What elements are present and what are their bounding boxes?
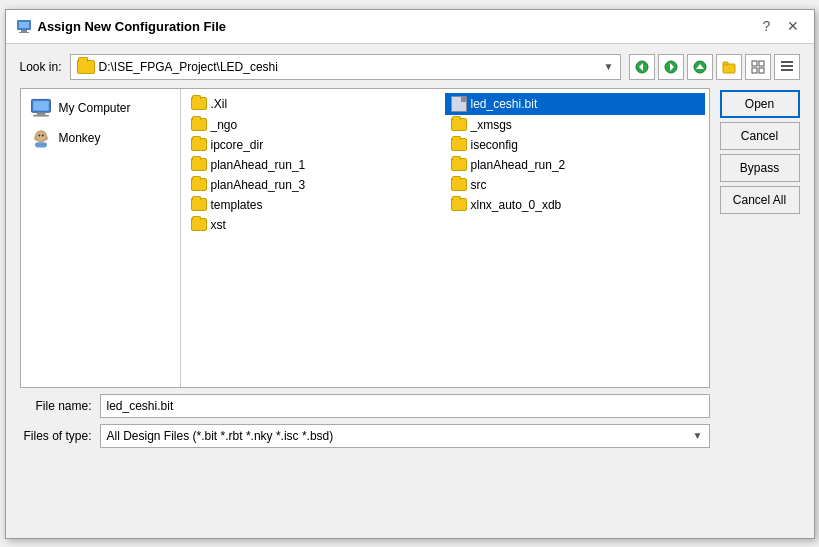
file-item-templates[interactable]: templates [185, 195, 445, 215]
files-of-type-combo[interactable]: All Design Files (*.bit *.rbt *.nky *.is… [100, 424, 710, 448]
file-icon [451, 96, 467, 112]
close-button[interactable]: ✕ [782, 15, 804, 37]
left-panel: My Computer [21, 89, 181, 387]
svg-point-27 [38, 134, 40, 136]
cancel-button[interactable]: Cancel [720, 122, 800, 150]
svg-rect-17 [781, 65, 793, 67]
file-name: xlnx_auto_0_xdb [471, 198, 562, 212]
file-item-led_ceshi_bit[interactable]: led_ceshi.bit [445, 93, 705, 115]
folder-icon [191, 118, 207, 131]
main-area: My Computer [20, 88, 710, 388]
folder-icon [191, 158, 207, 171]
forward-icon [664, 60, 678, 74]
svg-rect-20 [33, 101, 48, 110]
svg-rect-14 [752, 68, 757, 73]
sidebar-item-monkey[interactable]: Monkey [21, 123, 180, 153]
sidebar-label-monkey: Monkey [59, 131, 101, 145]
file-name: _ngo [211, 118, 238, 132]
file-name: _xmsgs [471, 118, 512, 132]
svg-point-28 [41, 134, 43, 136]
file-name: ipcore_dir [211, 138, 264, 152]
cancel-all-button[interactable]: Cancel All [720, 186, 800, 214]
files-of-type-label: Files of type: [20, 429, 92, 443]
file-item-xst[interactable]: xst [185, 215, 445, 235]
file-item-src[interactable]: src [445, 175, 705, 195]
svg-rect-22 [33, 114, 48, 116]
file-name: led_ceshi.bit [471, 97, 538, 111]
folder-icon [191, 198, 207, 211]
help-button[interactable]: ? [756, 15, 778, 37]
file-item-iseconfig[interactable]: iseconfig [445, 135, 705, 155]
svg-rect-11 [723, 62, 728, 65]
look-in-path: D:\ISE_FPGA_Project\LED_ceshi [99, 60, 600, 74]
svg-rect-13 [759, 61, 764, 66]
folder-icon [451, 158, 467, 171]
file-name: templates [211, 198, 263, 212]
file-item-xmsgs[interactable]: _xmsgs [445, 115, 705, 135]
dialog-body: Look in: D:\ISE_FPGA_Project\LED_ceshi ▼ [6, 44, 814, 538]
detail-view-icon [780, 60, 794, 74]
file-name-input[interactable] [100, 394, 710, 418]
folder-icon [451, 178, 467, 191]
toolbar-buttons [629, 54, 800, 80]
action-buttons: Open Cancel Bypass Cancel All [720, 88, 800, 448]
file-name: .Xil [211, 97, 228, 111]
computer-icon [29, 98, 53, 118]
file-name-label: File name: [20, 399, 92, 413]
svg-rect-29 [35, 142, 47, 147]
main-with-buttons: My Computer [20, 88, 800, 448]
new-folder-button[interactable] [716, 54, 742, 80]
file-item-planahead_run_2[interactable]: planAhead_run_2 [445, 155, 705, 175]
svg-rect-18 [781, 69, 793, 71]
svg-rect-16 [781, 61, 793, 63]
folder-icon [451, 198, 467, 211]
file-item-planahead_run_1[interactable]: planAhead_run_1 [185, 155, 445, 175]
file-name: planAhead_run_1 [211, 158, 306, 172]
files-of-type-value: All Design Files (*.bit *.rbt *.nky *.is… [107, 429, 334, 443]
look-in-combo[interactable]: D:\ISE_FPGA_Project\LED_ceshi ▼ [70, 54, 621, 80]
svg-rect-21 [36, 112, 45, 115]
new-folder-icon [722, 60, 736, 74]
up-button[interactable] [687, 54, 713, 80]
detail-view-button[interactable] [774, 54, 800, 80]
svg-rect-3 [19, 32, 29, 33]
back-button[interactable] [629, 54, 655, 80]
dialog-icon [16, 18, 32, 34]
file-item-ipcore_dir[interactable]: ipcore_dir [185, 135, 445, 155]
file-item-xlnx_auto_0_xdb[interactable]: xlnx_auto_0_xdb [445, 195, 705, 215]
chevron-down-icon: ▼ [604, 61, 614, 72]
file-name: xst [211, 218, 226, 232]
file-item-ngo[interactable]: _ngo [185, 115, 445, 135]
svg-rect-1 [19, 22, 29, 28]
open-button[interactable]: Open [720, 90, 800, 118]
bypass-button[interactable]: Bypass [720, 154, 800, 182]
dialog-title: Assign New Configuration File [38, 19, 227, 34]
svg-point-26 [36, 132, 45, 141]
sidebar-item-my-computer[interactable]: My Computer [21, 93, 180, 123]
file-name: planAhead_run_2 [471, 158, 566, 172]
svg-rect-15 [759, 68, 764, 73]
folder-icon [191, 97, 207, 110]
file-item-planahead_run_3[interactable]: planAhead_run_3 [185, 175, 445, 195]
file-name: planAhead_run_3 [211, 178, 306, 192]
title-bar-left: Assign New Configuration File [16, 18, 227, 34]
look-in-label: Look in: [20, 60, 62, 74]
monkey-icon [29, 128, 53, 148]
file-name: src [471, 178, 487, 192]
look-in-row: Look in: D:\ISE_FPGA_Project\LED_ceshi ▼ [20, 54, 800, 80]
file-list-panel: .Xilled_ceshi.bit_ngo_xmsgsipcore_dirise… [181, 89, 709, 387]
folder-icon [191, 138, 207, 151]
forward-button[interactable] [658, 54, 684, 80]
assign-config-dialog: Assign New Configuration File ? ✕ Look i… [5, 9, 815, 539]
svg-rect-12 [752, 61, 757, 66]
folder-icon [191, 178, 207, 191]
folder-icon [451, 118, 467, 131]
sidebar-label-my-computer: My Computer [59, 101, 131, 115]
folder-icon [77, 60, 95, 74]
up-icon [693, 60, 707, 74]
title-bar-controls: ? ✕ [756, 15, 804, 37]
files-of-type-arrow-icon: ▼ [693, 430, 703, 441]
list-view-button[interactable] [745, 54, 771, 80]
file-item-xil[interactable]: .Xil [185, 93, 445, 115]
file-name: iseconfig [471, 138, 518, 152]
